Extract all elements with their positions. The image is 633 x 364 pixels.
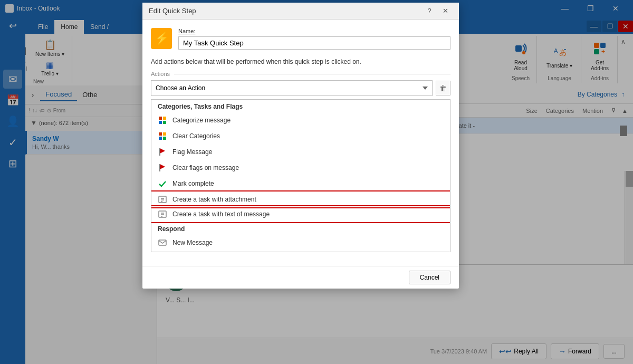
dropdown-item-categorize[interactable]: Categorize message (151, 112, 450, 128)
dialog-name-section: Name: (178, 28, 450, 50)
dialog-description: Add actions below that will be performed… (151, 58, 450, 65)
new-message-label: New Message (172, 239, 213, 246)
dialog-title-bar: Edit Quick Step ? ✕ (142, 3, 459, 20)
svg-rect-11 (159, 121, 162, 124)
svg-rect-15 (159, 137, 162, 140)
dropdown-item-task-text[interactable]: Create a task with text of message (151, 206, 450, 222)
clear-flags-icon (158, 163, 167, 173)
dialog-help-btn[interactable]: ? (422, 4, 437, 18)
svg-rect-16 (163, 137, 166, 140)
svg-rect-12 (163, 121, 166, 124)
svg-rect-29 (159, 240, 166, 245)
categorize-icon (158, 116, 167, 125)
dropdown-group-header-2: Respond (151, 222, 450, 235)
categorize-label: Categorize message (172, 117, 231, 124)
flag-label: Flag Message (172, 148, 212, 156)
svg-rect-14 (163, 132, 166, 136)
task-attach-icon (158, 195, 167, 204)
dropdown-item-clear-cat[interactable]: Clear Categories (151, 128, 450, 144)
dialog-action-row: Choose an Action 🗑 (151, 80, 450, 96)
dropdown-item-mark-complete[interactable]: Mark complete (151, 176, 450, 191)
task-text-label: Create a task with text of message (172, 210, 270, 218)
flag-icon (158, 147, 167, 157)
new-message-icon (158, 238, 167, 247)
svg-rect-10 (163, 117, 166, 120)
clear-cat-icon (158, 131, 167, 141)
svg-marker-19 (160, 164, 165, 169)
dropdown-item-task-attach[interactable]: Create a task with attachment (151, 191, 450, 207)
dialog-cancel-btn[interactable]: Cancel (409, 271, 450, 284)
dialog-delete-btn[interactable]: 🗑 (436, 81, 450, 95)
dropdown-item-new-message[interactable]: New Message (151, 235, 450, 251)
dialog-footer: Cancel (142, 266, 459, 289)
group-1-label: Categories, Tasks and Flags (158, 103, 243, 110)
group-2-label: Respond (158, 225, 185, 233)
dialog-title-btns: ? ✕ (422, 4, 453, 18)
task-text-icon (158, 209, 167, 219)
dialog-name-label: Name: (178, 28, 450, 34)
mark-complete-icon (158, 179, 167, 188)
dialog-icon-name-row: ⚡ Name: (151, 28, 450, 50)
dialog-name-input[interactable] (178, 36, 450, 50)
svg-rect-9 (159, 117, 162, 120)
dropdown-list: Categories, Tasks and Flags Categorize m… (151, 99, 450, 252)
task-attach-label: Create a task with attachment (172, 196, 256, 203)
svg-rect-13 (159, 132, 162, 136)
dropdown-item-forward[interactable]: Forward (151, 251, 450, 252)
dropdown-item-flag[interactable]: Flag Message (151, 144, 450, 160)
svg-marker-17 (160, 148, 165, 154)
dialog-close-btn[interactable]: ✕ (438, 4, 453, 18)
clear-flags-label: Clear flags on message (172, 164, 239, 171)
clear-cat-label: Clear Categories (172, 132, 220, 140)
dialog-action-select[interactable]: Choose an Action (151, 80, 433, 96)
dropdown-item-clear-flags[interactable]: Clear flags on message (151, 160, 450, 176)
edit-quick-step-dialog: Edit Quick Step ? ✕ ⚡ Name: Add actions … (142, 3, 459, 289)
dropdown-group-header-1: Categories, Tasks and Flags (151, 100, 450, 112)
mark-complete-label: Mark complete (172, 180, 214, 187)
dialog-body: ⚡ Name: Add actions below that will be p… (142, 20, 459, 266)
dialog-title-text: Edit Quick Step (149, 7, 422, 15)
dialog-actions-label: Actions (151, 71, 450, 77)
quick-step-icon: ⚡ (151, 28, 172, 49)
